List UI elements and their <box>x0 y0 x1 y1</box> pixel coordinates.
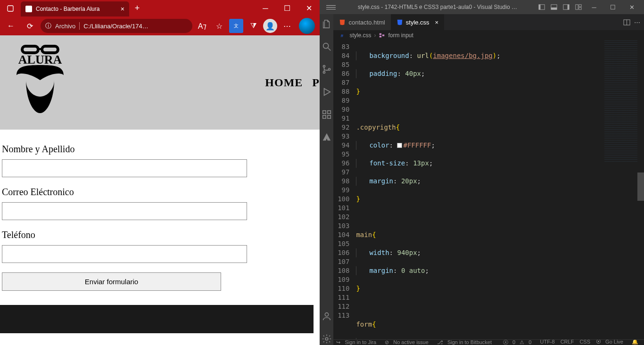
symbol-struct-icon <box>379 32 385 39</box>
svg-rect-22 <box>322 115 325 118</box>
status-notifications-icon[interactable]: 🔔 <box>629 339 641 345</box>
edge-window-controls: ─ ☐ ✕ <box>255 0 320 16</box>
close-window-button[interactable]: ✕ <box>298 0 320 16</box>
status-eol[interactable]: CRLF <box>558 339 577 345</box>
address-scheme: Archivo <box>55 23 75 30</box>
extensions-icon[interactable]: ⧩ <box>246 19 260 33</box>
svg-rect-2 <box>42 46 58 53</box>
address-path: C:/Lliliana/Oracle/174… <box>83 23 148 30</box>
contact-form: Nombre y Apellido Correo Eléctronico Tel… <box>0 130 320 296</box>
account-icon[interactable] <box>321 310 333 322</box>
vscode-title: style.css - 1742-HTML5 e CSS3 parte1-aul… <box>339 4 536 10</box>
hamburger-menu-icon[interactable] <box>326 2 336 12</box>
explorer-icon[interactable] <box>321 18 333 30</box>
svg-rect-12 <box>576 5 578 10</box>
maximize-button[interactable]: ☐ <box>276 0 298 16</box>
status-jira[interactable]: ↪ Sign in to Jira <box>333 339 382 345</box>
read-aloud-icon[interactable]: A⁊ <box>195 19 209 33</box>
svg-point-27 <box>325 337 328 340</box>
page-header: ALURA ESTD 2020 HOME P <box>0 35 320 130</box>
svg-rect-13 <box>579 5 581 7</box>
bing-chat-button[interactable] <box>299 18 315 34</box>
svg-rect-23 <box>328 115 330 118</box>
svg-text:2020: 2020 <box>50 70 59 74</box>
svg-rect-1 <box>22 46 38 53</box>
label-correo: Correo Eléctronico <box>2 187 318 197</box>
address-bar[interactable]: ⓘ Archivo C:/Lliliana/Oracle/174… <box>41 19 192 33</box>
close-tab-icon[interactable]: × <box>435 19 439 26</box>
page-nav: HOME P <box>265 76 320 89</box>
profile-icon[interactable]: 👤 <box>263 19 277 33</box>
extensions-view-icon[interactable] <box>321 108 333 121</box>
editor-area: contacto.html style.css × ⋯ # style.css … <box>333 14 644 345</box>
status-encoding[interactable]: UTF-8 <box>537 339 557 345</box>
layout-sidebar-right-icon[interactable] <box>560 4 572 10</box>
svg-rect-24 <box>328 111 330 114</box>
page-viewport[interactable]: ALURA ESTD 2020 HOME P Nombre y Apellido… <box>0 35 320 345</box>
scrollbar-thumb[interactable] <box>637 172 644 201</box>
search-icon[interactable] <box>321 41 333 53</box>
svg-rect-35 <box>382 34 384 36</box>
nav-link-p[interactable]: P <box>312 76 320 89</box>
browser-tab-active[interactable]: Contacto - Barbería Alura × <box>21 1 129 16</box>
tab-style-css[interactable]: style.css × <box>391 14 444 30</box>
svg-rect-11 <box>568 5 570 10</box>
css-file-icon <box>396 19 403 25</box>
svg-rect-9 <box>551 8 557 9</box>
back-button[interactable]: ← <box>3 19 19 33</box>
minimap[interactable] <box>604 41 637 163</box>
translate-icon[interactable]: 文 <box>229 19 243 33</box>
svg-point-26 <box>325 313 328 316</box>
settings-gear-icon[interactable] <box>321 333 333 345</box>
azure-icon[interactable] <box>321 131 333 143</box>
status-issue[interactable]: ⊘ No active issue <box>382 339 434 345</box>
source-control-icon[interactable] <box>321 63 333 75</box>
tab-contacto-html[interactable]: contacto.html <box>333 14 390 30</box>
close-tab-icon[interactable]: × <box>121 5 124 13</box>
page-favicon-icon <box>25 6 32 12</box>
run-debug-icon[interactable] <box>321 86 333 98</box>
status-problems[interactable]: ⓧ 0 ⚠ 0 <box>500 339 537 345</box>
input-correo[interactable] <box>2 202 247 220</box>
svg-rect-7 <box>539 5 541 10</box>
info-icon: ⓘ <box>45 22 51 30</box>
minimize-button[interactable]: ─ <box>255 0 276 16</box>
breadcrumb-file: style.css <box>349 32 371 39</box>
tab-actions-button[interactable] <box>0 0 21 16</box>
new-tab-button[interactable]: + <box>129 3 145 13</box>
layout-panel-icon[interactable] <box>548 4 560 10</box>
layout-sidebar-left-icon[interactable] <box>536 4 548 10</box>
layout-customize-icon[interactable] <box>572 4 585 10</box>
status-language[interactable]: CSS <box>577 339 593 345</box>
submit-button[interactable]: Enviar formulario <box>2 272 221 291</box>
status-bitbucket[interactable]: ⎇ Sign in to Bitbucket <box>434 339 497 345</box>
favorite-star-icon[interactable]: ☆ <box>212 19 226 33</box>
page-footer <box>0 305 314 333</box>
editor-actions: ⋯ <box>623 14 644 30</box>
status-bar: ↪ Sign in to Jira ⊘ No active issue ⎇ Si… <box>333 339 644 345</box>
vscode-close-button[interactable]: ✕ <box>622 0 641 14</box>
code-editor[interactable]: 8384858687888990919293949596979899100101… <box>333 41 644 339</box>
svg-point-17 <box>323 66 325 67</box>
status-go-live[interactable]: ⦿ Go Live <box>593 339 629 345</box>
svg-rect-34 <box>380 36 381 38</box>
input-telefono[interactable] <box>2 245 247 263</box>
vscode-maximize-button[interactable]: ☐ <box>603 0 622 14</box>
refresh-button[interactable]: ⟳ <box>22 19 38 33</box>
editor-tabs: contacto.html style.css × ⋯ <box>333 14 644 30</box>
nav-link-home[interactable]: HOME <box>265 76 303 89</box>
vertical-scrollbar[interactable] <box>637 41 644 339</box>
code-lines: background: url(imagenes/bg.jpg); paddin… <box>356 41 644 339</box>
breadcrumb[interactable]: # style.css › form input <box>333 30 644 41</box>
vscode-window: style.css - 1742-HTML5 e CSS3 parte1-aul… <box>320 0 644 345</box>
address-separator <box>79 22 80 30</box>
svg-marker-29 <box>397 20 403 25</box>
split-editor-icon[interactable] <box>623 19 630 26</box>
input-nombre[interactable] <box>2 159 247 177</box>
more-menu-icon[interactable]: ⋯ <box>280 19 294 33</box>
vscode-minimize-button[interactable]: ─ <box>585 0 603 14</box>
line-number-gutter: 8384858687888990919293949596979899100101… <box>333 41 356 339</box>
more-editor-actions-icon[interactable]: ⋯ <box>634 19 640 26</box>
activity-bar <box>320 14 333 345</box>
svg-marker-20 <box>324 89 330 96</box>
